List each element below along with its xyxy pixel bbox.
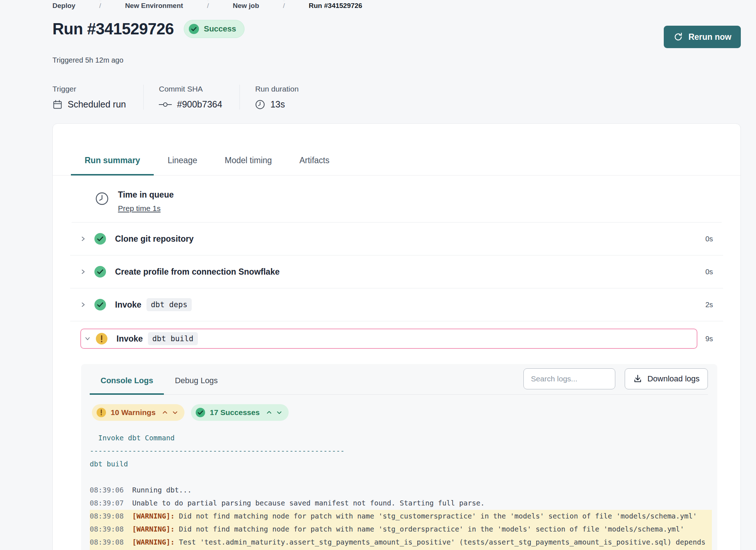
caret-up-icon[interactable] <box>162 410 168 415</box>
status-badge-label: Success <box>204 24 236 34</box>
log-blank-line <box>90 471 712 484</box>
successes-badge[interactable]: 17 Successes <box>191 404 289 421</box>
tab-run-summary[interactable]: Run summary <box>71 151 154 175</box>
step-invoke-dbt-build[interactable]: Invoke dbt build <box>80 329 697 349</box>
step-title: Create profile from connection Snowflake <box>115 267 280 277</box>
run-tabs: Run summary Lineage Model timing Artifac… <box>53 151 740 175</box>
check-circle-icon <box>195 407 205 418</box>
clock-icon <box>95 191 109 206</box>
step-duration: 0s <box>705 235 713 243</box>
successes-badge-label: 17 Successes <box>210 408 260 417</box>
log-divider-line: ----------------------------------------… <box>90 445 712 458</box>
check-circle-icon <box>188 24 199 34</box>
log-tabs: Console Logs Debug Logs <box>90 369 229 394</box>
breadcrumb-separator: / <box>207 1 209 10</box>
page-title: Run #341529726 <box>52 20 174 38</box>
log-line: 08:39:07Unable to do partial parsing bec… <box>90 497 712 510</box>
breadcrumb-deploy[interactable]: Deploy <box>52 1 75 10</box>
chevron-right-icon[interactable] <box>80 236 94 242</box>
clock-icon <box>255 100 265 110</box>
log-line-warning: 08:39:08[WARNING]:Test 'test.admin_matur… <box>90 536 712 550</box>
meta-commit-label: Commit SHA <box>159 85 222 93</box>
tab-lineage[interactable]: Lineage <box>154 151 211 175</box>
chevron-down-icon[interactable] <box>82 336 95 342</box>
run-meta: Trigger Scheduled run Commit SHA #900b73… <box>52 85 741 110</box>
meta-commit-value: #900b7364 <box>177 99 222 110</box>
caret-up-icon[interactable] <box>266 410 272 415</box>
step-create-profile-snowflake[interactable]: Create profile from connection Snowflake… <box>80 255 713 288</box>
rerun-now-label: Rerun now <box>688 32 731 42</box>
meta-trigger: Trigger Scheduled run <box>52 85 143 110</box>
download-logs-label: Download logs <box>647 374 700 384</box>
check-circle-icon <box>94 266 106 278</box>
step-duration: 2s <box>705 301 713 309</box>
logs-panel: Console Logs Debug Logs Download logs <box>81 364 717 550</box>
step-duration: 9s <box>705 335 713 343</box>
download-icon <box>633 374 642 384</box>
log-command: dbt build <box>90 458 712 471</box>
search-logs-input[interactable] <box>523 368 615 389</box>
chevron-right-icon[interactable] <box>80 269 94 275</box>
step-invoke-dbt-deps[interactable]: Invoke dbt deps 2s <box>80 288 713 321</box>
check-circle-icon <box>94 299 106 311</box>
breadcrumb-separator: / <box>99 1 101 10</box>
log-line-warning: 08:39:08[WARNING]:Did not find matching … <box>90 510 712 523</box>
tab-debug-logs[interactable]: Debug Logs <box>164 369 229 395</box>
meta-commit: Commit SHA #900b7364 <box>143 85 239 110</box>
caret-down-icon[interactable] <box>276 410 282 415</box>
prep-time-link[interactable]: Prep time 1s <box>118 204 161 213</box>
meta-duration: Run duration 13s <box>239 85 316 110</box>
meta-trigger-value: Scheduled run <box>68 99 126 110</box>
chevron-right-icon[interactable] <box>80 302 94 308</box>
check-circle-icon <box>94 233 106 245</box>
warnings-badge[interactable]: 10 Warnings <box>92 404 184 421</box>
tab-model-timing[interactable]: Model timing <box>211 151 285 175</box>
breadcrumb: Deploy / New Environment / New job / Run… <box>52 1 741 10</box>
log-line: 08:39:06Running dbt... <box>90 484 712 497</box>
step-row-invoke-dbt-build: Invoke dbt build 9s <box>80 321 713 356</box>
step-title: Invoke <box>115 300 141 310</box>
meta-duration-label: Run duration <box>255 85 298 93</box>
refresh-icon <box>673 32 683 42</box>
triggered-timestamp: Triggered 5h 12m ago <box>52 56 741 64</box>
page-header: Run #341529726 Success Rerun now <box>52 20 741 48</box>
run-summary-card: Run summary Lineage Model timing Artifac… <box>52 123 741 550</box>
console-log-output: Invoke dbt Command ---------------------… <box>90 432 712 550</box>
commit-icon <box>159 101 172 108</box>
log-command-header: Invoke dbt Command <box>90 432 712 445</box>
step-clone-git-repository[interactable]: Clone git repository 0s <box>80 223 713 255</box>
step-command-chip: dbt build <box>148 332 198 345</box>
status-badge: Success <box>184 20 244 38</box>
tab-artifacts[interactable]: Artifacts <box>286 151 343 175</box>
meta-duration-value: 13s <box>270 99 285 110</box>
step-title: Clone git repository <box>115 234 194 244</box>
log-line-warning: 08:39:08[WARNING]:Did not find matching … <box>90 523 712 536</box>
meta-trigger-label: Trigger <box>52 85 126 93</box>
log-result-badges: 10 Warnings 17 Successes <box>90 404 708 421</box>
warning-circle-icon <box>95 333 108 345</box>
warning-circle-icon <box>96 407 106 418</box>
warnings-badge-label: 10 Warnings <box>111 408 156 417</box>
tab-console-logs[interactable]: Console Logs <box>90 369 164 395</box>
calendar-icon <box>52 100 63 110</box>
run-steps: Clone git repository 0s Create profile f… <box>53 223 740 356</box>
time-in-queue-title: Time in queue <box>118 190 174 200</box>
step-duration: 0s <box>705 268 713 276</box>
breadcrumb-job[interactable]: New job <box>233 1 259 10</box>
breadcrumb-run-current: Run #341529726 <box>309 1 362 10</box>
download-logs-button[interactable]: Download logs <box>625 368 708 389</box>
rerun-now-button[interactable]: Rerun now <box>664 26 741 48</box>
step-title: Invoke <box>116 334 143 344</box>
time-in-queue-section: Time in queue Prep time 1s <box>53 175 740 222</box>
breadcrumb-environment[interactable]: New Environment <box>125 1 183 10</box>
caret-down-icon[interactable] <box>172 410 178 415</box>
breadcrumb-separator: / <box>283 1 285 10</box>
run-detail-page: Deploy / New Environment / New job / Run… <box>0 0 756 550</box>
logs-panel-header: Console Logs Debug Logs Download logs <box>90 368 708 395</box>
step-command-chip: dbt deps <box>146 298 192 311</box>
